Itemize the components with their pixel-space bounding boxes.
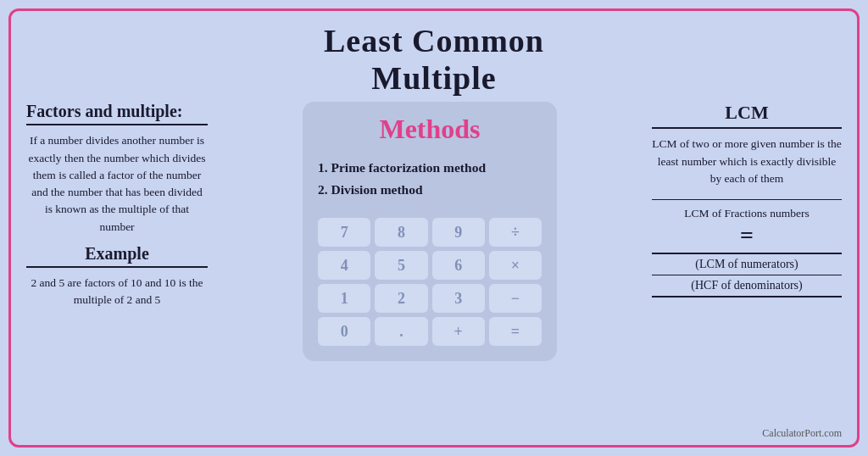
main-container: Least Common Multiple Factors and multip… <box>8 8 860 448</box>
divider-line <box>652 199 842 200</box>
key-dot: . <box>375 317 427 346</box>
center-panel: Methods 1. Prime factorization method 2.… <box>223 102 637 440</box>
key-3: 3 <box>432 284 485 313</box>
main-content: Factors and multiple: If a number divide… <box>11 102 857 445</box>
key-plus: + <box>432 317 485 346</box>
factors-description: If a number divides another number is ex… <box>26 132 208 236</box>
denominator: (HCF of denominators) <box>652 275 842 292</box>
numerator: (LCM of numerators) <box>652 258 842 275</box>
example-title: Example <box>26 244 208 268</box>
lcm-description: LCM of two or more given number is the l… <box>652 136 842 187</box>
methods-title: Methods <box>379 114 480 145</box>
lcm-title: LCM <box>652 102 842 129</box>
key-minus: − <box>489 284 542 313</box>
left-panel: Factors and multiple: If a number divide… <box>19 102 214 440</box>
key-6: 6 <box>432 251 485 280</box>
right-panel: LCM LCM of two or more given number is t… <box>645 102 849 440</box>
key-9: 9 <box>432 218 485 247</box>
equals-sign: = <box>652 224 842 247</box>
key-1: 1 <box>318 284 370 313</box>
method-2: 2. Division method <box>318 182 542 197</box>
key-0: 0 <box>318 317 370 346</box>
key-equals: = <box>489 317 542 346</box>
fraction-box: (LCM of numerators) (HCF of denominators… <box>652 253 842 298</box>
key-5: 5 <box>375 251 427 280</box>
key-7: 7 <box>318 218 370 247</box>
watermark: CalculatorPort.com <box>652 424 842 440</box>
calculator-keys: 7 8 9 ÷ 4 5 6 × 1 2 3 − 0 . + = <box>318 218 542 346</box>
example-description: 2 and 5 are factors of 10 and 10 is the … <box>26 275 208 309</box>
key-8: 8 <box>375 218 427 247</box>
key-multiply: × <box>489 251 542 280</box>
calculator-background: Methods 1. Prime factorization method 2.… <box>303 102 557 361</box>
page-title: Least Common Multiple <box>11 11 857 102</box>
key-4: 4 <box>318 251 370 280</box>
key-2: 2 <box>375 284 427 313</box>
method-1: 1. Prime factorization method <box>318 160 542 175</box>
fraction-label: LCM of Fractions numbers <box>652 207 842 220</box>
factors-title: Factors and multiple: <box>26 102 208 125</box>
key-divide: ÷ <box>489 218 542 247</box>
methods-list: 1. Prime factorization method 2. Divisio… <box>318 153 542 204</box>
